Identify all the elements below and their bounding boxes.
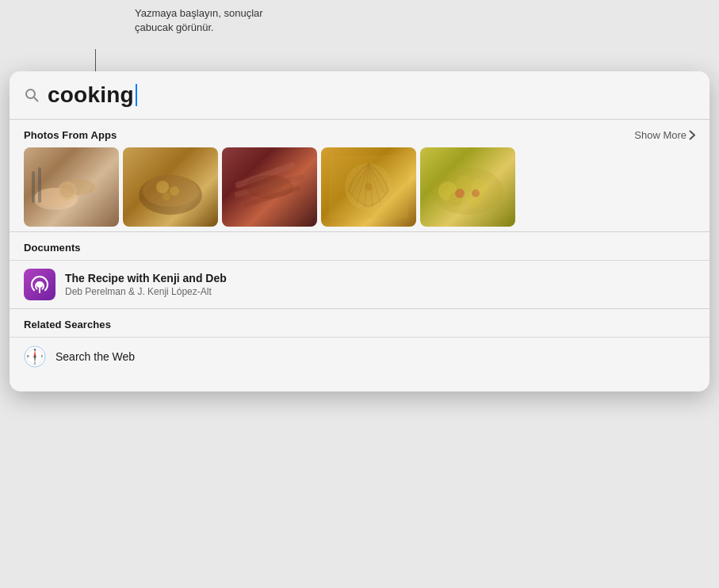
photo-item-3[interactable] bbox=[222, 147, 317, 227]
svg-point-12 bbox=[170, 186, 179, 196]
photo-item-1[interactable] bbox=[24, 147, 119, 227]
svg-point-33 bbox=[455, 189, 465, 198]
search-panel: cooking Photos From Apps Show More bbox=[10, 71, 709, 391]
photo-item-5[interactable] bbox=[420, 147, 515, 227]
svg-point-29 bbox=[456, 175, 472, 191]
safari-icon: N S E W bbox=[24, 346, 46, 368]
svg-rect-5 bbox=[32, 171, 35, 203]
svg-point-17 bbox=[246, 175, 293, 199]
tooltip-line1: Yazmaya başlayın, sonuçlar bbox=[135, 7, 263, 19]
show-more-label: Show More bbox=[634, 129, 686, 141]
svg-point-47 bbox=[34, 356, 36, 358]
photo-item-4[interactable] bbox=[321, 147, 416, 227]
chevron-right-icon bbox=[689, 130, 695, 140]
search-cursor bbox=[136, 84, 137, 106]
search-bar[interactable]: cooking bbox=[10, 71, 709, 119]
documents-section-header: Documents bbox=[10, 232, 709, 260]
search-query[interactable]: cooking bbox=[48, 82, 134, 108]
tooltip-line2: çabucak görünür. bbox=[135, 21, 214, 33]
svg-line-1 bbox=[34, 97, 38, 101]
related-section: N S E W Search the Web bbox=[10, 338, 709, 376]
related-label-1: Search the Web bbox=[55, 350, 135, 363]
podcast-icon bbox=[24, 269, 55, 300]
svg-rect-6 bbox=[38, 167, 41, 203]
svg-point-26 bbox=[365, 183, 373, 191]
related-section-header: Related Searches bbox=[10, 309, 709, 337]
svg-point-8 bbox=[60, 184, 75, 198]
photos-section-header: Photos From Apps Show More bbox=[10, 120, 709, 147]
svg-point-13 bbox=[163, 193, 170, 200]
svg-point-34 bbox=[472, 189, 480, 197]
related-item-1[interactable]: N S E W Search the Web bbox=[24, 338, 695, 376]
svg-point-11 bbox=[156, 181, 169, 193]
svg-point-0 bbox=[26, 90, 35, 98]
document-subtitle-1: Deb Perelman & J. Kenji López-Alt bbox=[65, 286, 227, 297]
document-info-1: The Recipe with Kenji and Deb Deb Perelm… bbox=[65, 272, 227, 297]
show-more-button[interactable]: Show More bbox=[634, 129, 695, 141]
documents-section-title: Documents bbox=[24, 242, 81, 254]
document-item-1[interactable]: The Recipe with Kenji and Deb Deb Perelm… bbox=[24, 261, 695, 308]
photo-item-2[interactable] bbox=[123, 147, 218, 227]
related-section-title: Related Searches bbox=[24, 319, 111, 330]
tooltip: Yazmaya başlayın, sonuçlar çabucak görün… bbox=[135, 6, 309, 35]
photos-section-title: Photos From Apps bbox=[24, 129, 117, 141]
search-icon bbox=[24, 87, 40, 103]
document-title-1: The Recipe with Kenji and Deb bbox=[65, 272, 227, 284]
photos-grid bbox=[10, 147, 709, 231]
documents-section: The Recipe with Kenji and Deb Deb Perelm… bbox=[10, 261, 709, 308]
